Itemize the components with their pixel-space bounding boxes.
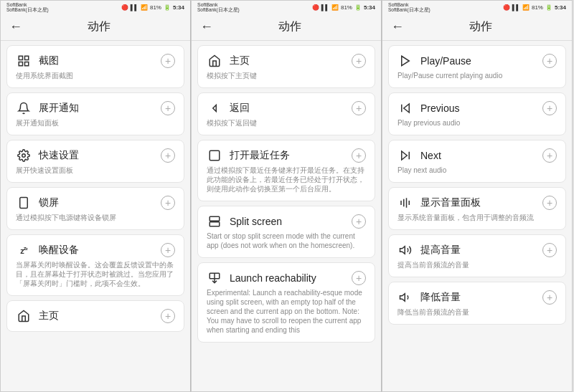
action-desc-quicksettings: 展开快速设置面板: [16, 166, 175, 175]
phone-panel-1: SoftBank SoftBank(日本之星) 🔴 ▌▌ 📶 81% 🔋 5:3…: [0, 0, 191, 392]
status-bar: SoftBank SoftBank(日本之星) 🔴 ▌▌ 📶 81% 🔋 5:3…: [382, 1, 572, 14]
add-action-button-playpause[interactable]: +: [542, 54, 557, 68]
battery-level: 81%: [150, 4, 161, 11]
svg-marker-16: [402, 151, 408, 160]
page-header: ← 动作: [192, 14, 381, 41]
action-item-left-previous: Previous: [397, 100, 459, 116]
page-title: 动作: [222, 19, 358, 34]
action-desc-recents: 通过模拟按下最近任务键来打开最近任务。在支持此功能的设备上，若最近任务已经处于打…: [207, 166, 366, 193]
add-action-button-lockscreen[interactable]: +: [161, 196, 175, 210]
bluetooth-icon: 🔴: [503, 4, 510, 11]
action-item-left-volumedown: 降低音量: [397, 290, 461, 305]
svg-marker-13: [402, 56, 410, 66]
action-desc-volumeup: 提高当前音频流的音量: [397, 260, 557, 269]
status-icons: 🔴 ▌▌ 📶 81% 🔋 5:34: [312, 4, 375, 11]
add-action-button-quicksettings[interactable]: +: [161, 148, 175, 163]
add-action-button-reachability[interactable]: +: [352, 271, 366, 285]
zzz-icon: zzz: [16, 242, 32, 258]
action-name-splitscreen: Split screen: [230, 216, 282, 227]
carrier-info: SoftBank SoftBank(日本之星): [197, 2, 240, 13]
action-name-back: 返回: [230, 102, 250, 115]
carrier-info: SoftBank SoftBank(日本之星): [6, 2, 49, 13]
action-item-left-home2: 主页: [207, 53, 250, 69]
action-name-home: 主页: [39, 310, 59, 322]
bluetooth-icon: 🔴: [312, 4, 319, 11]
home-icon: [16, 308, 32, 324]
action-name-volumeup: 提高音量: [420, 244, 461, 257]
action-item-left-screenshot: 截图: [16, 53, 59, 69]
add-action-button-volumedown[interactable]: +: [542, 290, 557, 305]
add-action-button-home[interactable]: +: [161, 309, 175, 323]
volumedown-icon: [397, 290, 413, 305]
svg-marker-14: [404, 104, 410, 113]
back-button[interactable]: ←: [9, 19, 22, 34]
back-button[interactable]: ←: [391, 19, 404, 34]
phone-icon: [16, 195, 32, 211]
action-name-reachability: Launch reachability: [230, 272, 316, 284]
play-icon: [397, 53, 413, 69]
signal-icon: ▌▌: [131, 4, 138, 11]
action-desc-lockscreen: 通过模拟按下电源键将设备锁屏: [16, 213, 175, 222]
action-item-left-splitscreen: Split screen: [207, 214, 282, 229]
add-action-button-screenshot[interactable]: +: [161, 54, 175, 68]
add-action-button-previous[interactable]: +: [542, 101, 557, 115]
signal-icon: ▌▌: [512, 4, 520, 11]
status-bar: SoftBank SoftBank(日本之星) 🔴 ▌▌ 📶 81% 🔋 5:3…: [1, 1, 190, 14]
add-action-button-volumeup[interactable]: +: [542, 243, 557, 257]
svg-rect-9: [210, 216, 220, 221]
action-item-lockscreen: 锁屏 + 通过模拟按下电源键将设备锁屏: [6, 187, 184, 230]
time-display: 5:34: [364, 4, 375, 11]
action-desc-wakeup: 当屏幕关闭时唤醒设备。这会覆盖反馈设置中的条目，且在屏幕处于打开状态时被跳过。当…: [16, 260, 175, 288]
svg-rect-3: [19, 62, 22, 66]
action-item-left-lockscreen: 锁屏: [16, 195, 59, 211]
action-name-screenshot: 截图: [39, 54, 59, 67]
action-item-left-volumeup: 提高音量: [397, 242, 461, 258]
carrier-info: SoftBank SoftBank(日本之星): [388, 2, 430, 13]
action-item-reachability: Launch reachability + Experimental: Laun…: [197, 262, 375, 343]
action-name-wakeup: 唤醒设备: [39, 244, 79, 257]
action-list: 截图 + 使用系统界面截图 展开通知 + 展开通知面板 快速设置 +: [1, 41, 190, 391]
status-icons: 🔴 ▌▌ 📶 81% 🔋 5:34: [121, 4, 184, 11]
volumeup-icon: [397, 242, 413, 258]
settings-icon: [16, 148, 32, 163]
add-action-button-volumepanel[interactable]: +: [542, 196, 557, 210]
action-name-next: Next: [420, 150, 441, 161]
status-icons: 🔴 ▌▌ 📶 81% 🔋 5:34: [503, 4, 566, 11]
add-action-button-notification[interactable]: +: [161, 101, 175, 115]
action-desc-playpause: Play/Pause current playing audio: [397, 71, 557, 80]
recents-icon: [207, 148, 222, 163]
action-name-recents: 打开最近任务: [230, 149, 290, 162]
action-desc-next: Play next audio: [397, 166, 557, 175]
action-desc-screenshot: 使用系统界面截图: [16, 71, 175, 80]
svg-rect-2: [25, 62, 29, 66]
bell-icon: [16, 100, 32, 116]
back-button[interactable]: ←: [200, 19, 213, 34]
action-name-previous: Previous: [420, 102, 459, 114]
page-header: ← 动作: [382, 14, 572, 41]
action-desc-home2: 模拟按下主页键: [207, 71, 366, 80]
page-header: ← 动作: [1, 14, 190, 41]
battery-icon: 🔋: [545, 4, 552, 11]
battery-icon: 🔋: [164, 4, 171, 11]
action-item-wakeup: zzz 唤醒设备 + 当屏幕关闭时唤醒设备。这会覆盖反馈设置中的条目，且在屏幕处…: [6, 234, 184, 296]
svg-rect-1: [25, 56, 29, 59]
action-desc-back: 模拟按下返回键: [207, 118, 366, 128]
action-desc-splitscreen: Start or stop split screen mode with the…: [207, 231, 366, 250]
action-item-home: 主页 +: [6, 300, 184, 332]
bluetooth-icon: 🔴: [121, 4, 128, 11]
add-action-button-recents[interactable]: +: [352, 148, 366, 163]
action-item-back: 返回 + 模拟按下返回键: [197, 92, 375, 135]
screenshot-icon: [16, 53, 32, 69]
action-item-left-notification: 展开通知: [16, 100, 79, 116]
action-item-recents: 打开最近任务 + 通过模拟按下最近任务键来打开最近任务。在支持此功能的设备上，若…: [197, 140, 375, 201]
add-action-button-splitscreen[interactable]: +: [352, 214, 366, 229]
back-icon: [207, 100, 222, 116]
action-item-notification: 展开通知 + 展开通知面板: [6, 92, 184, 135]
add-action-button-wakeup[interactable]: +: [161, 243, 175, 257]
status-bar: SoftBank SoftBank(日本之星) 🔴 ▌▌ 📶 81% 🔋 5:3…: [192, 1, 381, 14]
add-action-button-home2[interactable]: +: [352, 54, 366, 68]
add-action-button-back[interactable]: +: [352, 101, 366, 115]
action-desc-notification: 展开通知面板: [16, 118, 175, 128]
wifi-icon: 📶: [331, 4, 339, 11]
add-action-button-next[interactable]: +: [542, 148, 557, 163]
